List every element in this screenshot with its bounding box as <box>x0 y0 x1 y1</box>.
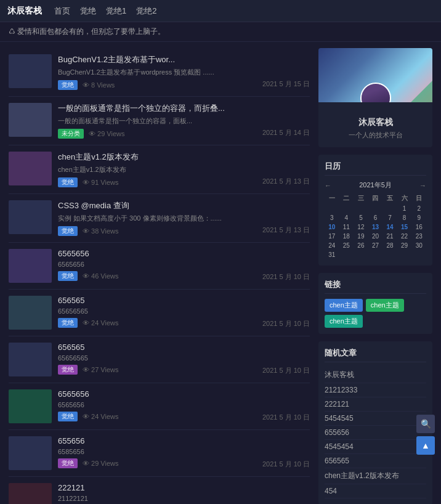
cal-weekday: 二 <box>339 193 354 204</box>
post-thumb[interactable] <box>9 103 52 137</box>
post-item: 65656565656565觉绝👁 27 Views2021 5 月 10 日 <box>9 336 310 383</box>
post-title[interactable]: 655656 <box>58 436 256 445</box>
random-item[interactable]: 沐辰客栈 <box>325 367 426 383</box>
post-meta: 觉绝👁 29 Views <box>58 458 256 468</box>
cal-day[interactable]: 9 <box>411 213 426 222</box>
post-item: 6556566585656觉绝👁 29 Views2021 5 月 10 日 <box>9 430 310 477</box>
post-title[interactable]: BugChenV1.2主题发布基于wor... <box>58 54 256 65</box>
post-title[interactable]: 6565656 <box>58 249 256 258</box>
post-thumb[interactable] <box>9 436 52 470</box>
post-thumb[interactable] <box>9 249 52 283</box>
post-title[interactable]: 222121 <box>58 483 256 492</box>
random-item[interactable]: 454 <box>325 484 426 498</box>
cal-day[interactable]: 5 <box>354 213 368 222</box>
post-title[interactable]: 656565 <box>58 343 256 352</box>
post-item: 65656565656565觉绝👁 24 Views2021 5 月 10 日 <box>9 290 310 336</box>
post-tag[interactable]: 未分类 <box>58 129 84 139</box>
post-tag[interactable]: 觉绝 <box>58 365 78 375</box>
cal-day[interactable]: 30 <box>411 241 426 250</box>
cal-day <box>368 204 383 213</box>
post-tag[interactable]: 觉绝 <box>58 271 78 281</box>
cal-day[interactable]: 23 <box>411 232 426 241</box>
cal-day[interactable]: 27 <box>368 241 383 250</box>
post-thumb[interactable] <box>9 296 52 330</box>
navbar: 沐辰客栈 首页觉绝觉绝1觉绝2 <box>0 0 441 22</box>
cal-next[interactable]: → <box>419 182 426 189</box>
cal-day[interactable]: 13 <box>368 222 383 232</box>
links-card: 链接 chen主题chen主题chen主题 <box>318 273 432 334</box>
post-title[interactable]: CSS3 @media 查询 <box>58 200 256 211</box>
link-tag[interactable]: chen主题 <box>325 315 363 328</box>
random-item[interactable]: 21212333 <box>325 383 426 397</box>
cal-day[interactable]: 11 <box>339 222 354 232</box>
post-info: CSS3 @media 查询实例 如果文档高度小于 300 像素则修改背景颜色：… <box>58 200 256 236</box>
post-tag[interactable]: 觉绝 <box>58 318 78 328</box>
post-title[interactable]: 6565656 <box>58 389 256 399</box>
cal-day[interactable]: 28 <box>382 241 397 250</box>
cal-day[interactable]: 26 <box>354 241 368 250</box>
cal-day[interactable]: 1 <box>397 204 412 213</box>
post-tag[interactable]: 觉绝 <box>58 177 78 187</box>
cal-day[interactable]: 12 <box>354 222 368 232</box>
post-thumb[interactable] <box>9 152 52 185</box>
post-thumb[interactable] <box>9 200 52 234</box>
cal-day[interactable]: 29 <box>397 241 412 250</box>
random-item[interactable]: 222121 <box>325 397 426 412</box>
post-title[interactable]: 一般的面板通常是指一个独立的容器，而折叠... <box>58 103 256 114</box>
top-scroll-btn[interactable]: ▲ <box>416 436 435 455</box>
cal-day[interactable]: 7 <box>382 213 397 222</box>
nav-logo[interactable]: 沐辰客栈 <box>7 6 42 17</box>
cal-day[interactable]: 19 <box>354 232 368 241</box>
post-list: BugChenV1.2主题发布基于wor...BugChenV1.2主题发布基于… <box>9 48 310 504</box>
random-item[interactable]: chen主题v1.2版本发布 <box>325 468 426 484</box>
post-thumb[interactable] <box>9 389 52 423</box>
cal-prev[interactable]: ← <box>325 182 331 189</box>
nav-link[interactable]: 首页 <box>54 6 70 17</box>
link-tag[interactable]: chen主题 <box>325 299 363 312</box>
link-tag[interactable]: chen主题 <box>366 299 404 312</box>
post-thumb[interactable] <box>9 483 52 504</box>
cal-day <box>411 250 426 259</box>
post-tag[interactable]: 觉绝 <box>58 412 78 421</box>
cal-day[interactable]: 16 <box>411 222 426 232</box>
search-scroll-btn[interactable]: 🔍 <box>416 415 435 433</box>
post-excerpt: 6565656 <box>58 261 256 268</box>
random-item[interactable]: 4545454 <box>325 440 426 454</box>
post-tag[interactable]: 觉绝 <box>58 80 78 90</box>
cal-day[interactable]: 24 <box>325 241 339 250</box>
post-thumb[interactable] <box>9 54 52 88</box>
calendar-grid: 一二三四五六日123456789101112131415161718192021… <box>325 193 426 259</box>
cal-day[interactable]: 6 <box>368 213 383 222</box>
cal-day[interactable]: 18 <box>339 232 354 241</box>
cal-day[interactable]: 17 <box>325 232 339 241</box>
post-thumb[interactable] <box>9 343 52 376</box>
cal-day[interactable]: 15 <box>397 222 412 232</box>
post-title[interactable]: chen主题v1.2版本发布 <box>58 152 256 163</box>
cal-day[interactable]: 22 <box>397 232 412 241</box>
post-tag[interactable]: 觉绝 <box>58 458 78 468</box>
post-date: 2021 5 月 14 日 <box>262 128 310 139</box>
post-tag[interactable]: 觉绝 <box>58 226 78 236</box>
cal-day[interactable]: 2 <box>411 204 426 213</box>
random-item[interactable]: 656565 <box>325 454 426 468</box>
nav-link[interactable]: 觉绝1 <box>106 6 126 17</box>
cal-day[interactable]: 8 <box>397 213 412 222</box>
cal-day[interactable]: 3 <box>325 213 339 222</box>
cal-day[interactable]: 14 <box>382 222 397 232</box>
cal-day[interactable]: 4 <box>339 213 354 222</box>
post-info: 65656566565656觉绝👁 46 Views <box>58 249 256 281</box>
cal-weekday: 五 <box>382 193 397 204</box>
cal-day[interactable]: 20 <box>368 232 383 241</box>
nav-links: 首页觉绝觉绝1觉绝2 <box>54 6 156 17</box>
nav-link[interactable]: 觉绝 <box>80 6 96 17</box>
cal-day[interactable]: 10 <box>325 222 339 232</box>
cal-day[interactable]: 25 <box>339 241 354 250</box>
cal-day[interactable]: 31 <box>325 250 339 259</box>
nav-link[interactable]: 觉绝2 <box>136 6 156 17</box>
random-item[interactable]: 655656 <box>325 426 426 440</box>
post-meta: 未分类👁 29 Views <box>58 129 256 139</box>
post-item: chen主题v1.2版本发布chen主题v1.2版本发布觉绝👁 91 Views… <box>9 145 310 194</box>
post-title[interactable]: 656565 <box>58 296 256 305</box>
random-item[interactable]: 5454545 <box>325 412 426 426</box>
cal-day[interactable]: 21 <box>382 232 397 241</box>
